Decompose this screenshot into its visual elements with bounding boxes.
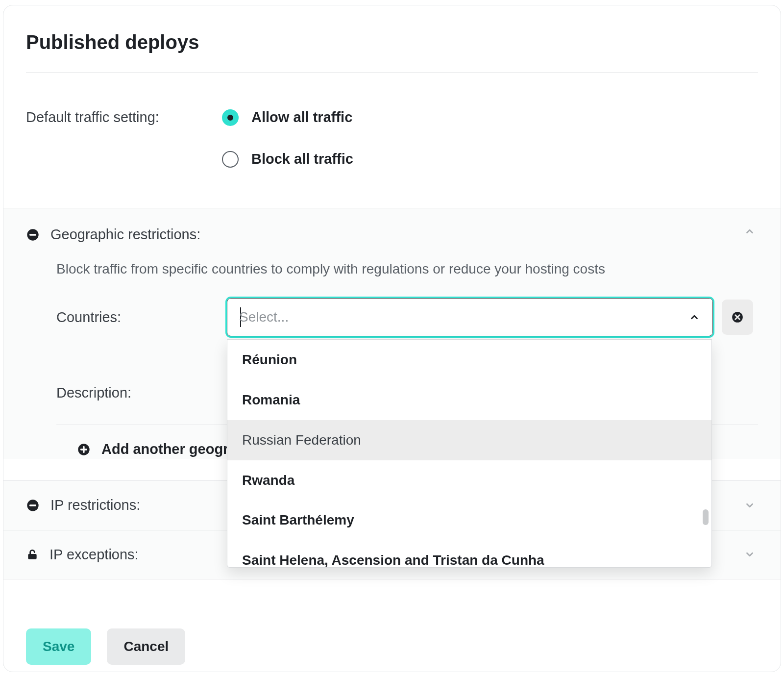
countries-select[interactable]: Select... — [227, 298, 713, 336]
svg-rect-5 — [80, 449, 87, 450]
save-button[interactable]: Save — [26, 628, 91, 665]
ip-exceptions-title: IP exceptions: — [49, 545, 139, 564]
chevron-down-icon — [744, 500, 755, 511]
cancel-button[interactable]: Cancel — [107, 628, 185, 665]
svg-rect-8 — [28, 554, 36, 559]
svg-rect-1 — [29, 234, 36, 235]
countries-select-placeholder: Select... — [239, 308, 289, 326]
countries-dropdown-list[interactable]: RéunionRomaniaRussian FederationRwandaSa… — [227, 340, 711, 568]
minus-circle-icon — [26, 499, 40, 512]
svg-rect-7 — [29, 504, 36, 506]
radio-indicator-icon — [222, 109, 239, 126]
title-divider — [26, 72, 758, 73]
chevron-up-icon — [744, 226, 755, 237]
chevron-down-icon — [744, 549, 755, 560]
default-traffic-row: Default traffic setting: Allow all traff… — [26, 108, 758, 169]
radio-block-label: Block all traffic — [251, 150, 353, 169]
plus-circle-icon — [77, 443, 91, 456]
radio-allow-all-traffic[interactable]: Allow all traffic — [222, 108, 758, 127]
default-traffic-label: Default traffic setting: — [26, 108, 222, 169]
geo-description: Block traffic from specific countries to… — [56, 260, 758, 278]
ip-restrictions-title: IP restrictions: — [50, 496, 140, 515]
minus-circle-icon — [26, 228, 40, 242]
published-deploys-card: Published deploys Default traffic settin… — [3, 5, 781, 672]
page-title: Published deploys — [26, 29, 758, 55]
radio-indicator-icon — [222, 151, 239, 168]
form-footer: Save Cancel — [26, 628, 758, 665]
country-option[interactable]: Saint Helena, Ascension and Tristan da C… — [227, 540, 711, 568]
country-option[interactable]: Rwanda — [227, 460, 711, 501]
countries-dropdown: RéunionRomaniaRussian FederationRwandaSa… — [227, 339, 712, 568]
geographic-restrictions-section: Geographic restrictions: Block traffic f… — [3, 208, 781, 459]
close-circle-icon — [731, 311, 744, 324]
remove-restriction-button[interactable] — [722, 300, 753, 335]
radio-allow-label: Allow all traffic — [251, 108, 352, 127]
country-option[interactable]: Romania — [227, 380, 711, 420]
geo-title: Geographic restrictions: — [50, 225, 200, 244]
description-label: Description: — [56, 383, 218, 402]
unlock-icon — [26, 548, 39, 561]
geographic-restrictions-header[interactable]: Geographic restrictions: — [26, 208, 758, 254]
country-option[interactable]: Réunion — [227, 340, 711, 380]
country-option[interactable]: Saint Barthélemy — [227, 500, 711, 540]
countries-label: Countries: — [56, 298, 218, 327]
default-traffic-options: Allow all traffic Block all traffic — [222, 108, 758, 169]
countries-select-wrap: Select... RéunionRomaniaRussian Federati… — [227, 298, 713, 336]
radio-block-all-traffic[interactable]: Block all traffic — [222, 150, 758, 169]
scrollbar-thumb[interactable] — [703, 509, 709, 525]
countries-row: Countries: Select... RéunionRomaniaRussi… — [56, 298, 758, 336]
country-option[interactable]: Russian Federation — [227, 420, 711, 460]
chevron-up-icon — [689, 312, 700, 323]
